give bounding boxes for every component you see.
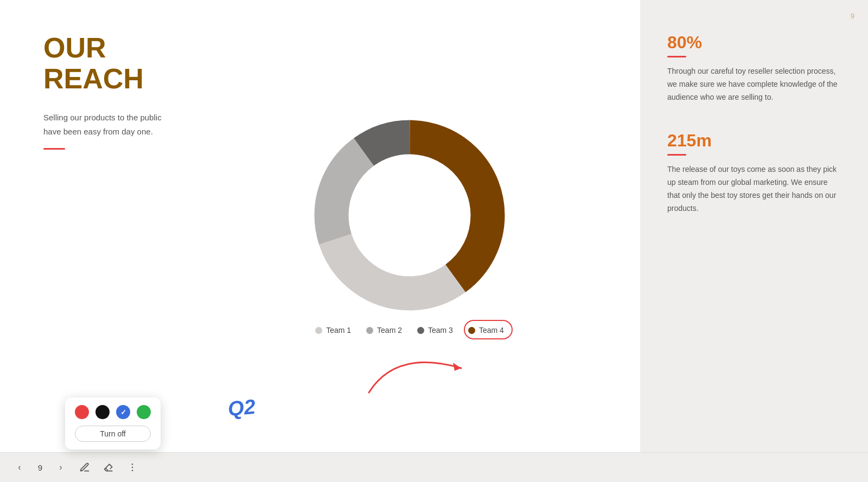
color-dots-row: [75, 405, 151, 419]
legend-item-team3: Team 3: [417, 326, 453, 335]
legend-label-team2: Team 2: [377, 326, 402, 335]
legend-dot-team1: [315, 327, 322, 334]
stat-text-2: The release of our toys come as soon as …: [667, 163, 841, 215]
stat-block-1: 80% Through our careful toy reseller sel…: [667, 33, 841, 104]
stat-block-2: 215m The release of our toys come as soo…: [667, 131, 841, 215]
pen-tool-button[interactable]: [76, 459, 93, 476]
color-dot-blue[interactable]: [116, 405, 130, 419]
color-dot-red[interactable]: [75, 405, 89, 419]
legend-label-team1: Team 1: [326, 326, 351, 335]
team4-highlight-circle: [464, 320, 513, 339]
q2-annotation: Q2: [227, 395, 256, 421]
donut-chart: [312, 118, 507, 313]
legend-label-team3: Team 3: [428, 326, 453, 335]
color-picker-popup: Turn off: [65, 397, 161, 449]
color-dot-green[interactable]: [137, 405, 151, 419]
current-page-number: 9: [35, 463, 46, 472]
more-icon: [127, 462, 138, 473]
turn-off-button[interactable]: Turn off: [75, 426, 151, 442]
stat-value-2: 215m: [667, 131, 841, 151]
stat-text-1: Through our careful toy reseller selecti…: [667, 65, 841, 104]
chart-legend: Team 1 Team 2 Team 3 Team 4: [315, 326, 504, 335]
color-dot-black[interactable]: [95, 405, 110, 419]
svg-point-2: [132, 467, 133, 468]
svg-point-3: [132, 470, 133, 472]
svg-point-1: [132, 464, 133, 465]
legend-item-team2: Team 2: [366, 326, 402, 335]
more-options-button[interactable]: [124, 459, 141, 476]
stat-value-1: 80%: [667, 33, 841, 53]
bottom-toolbar: Turn off ‹ 9 ›: [0, 452, 868, 482]
chart-container: Team 1 Team 2 Team 3 Team 4: [179, 43, 640, 409]
next-page-button[interactable]: ›: [52, 459, 69, 476]
title-line2: REACH: [43, 63, 144, 94]
title-line1: OUR: [43, 32, 106, 63]
description-underline: [43, 148, 65, 150]
legend-dot-team3: [417, 327, 424, 334]
donut-svg: [312, 118, 507, 313]
stat-underline-1: [667, 56, 686, 57]
legend-item-team4: Team 4: [468, 326, 504, 335]
stat-underline-2: [667, 154, 686, 156]
right-page-number: 9: [851, 12, 854, 20]
slide-area: OUR REACH Selling our products to the pu…: [0, 0, 640, 452]
legend-dot-team2: [366, 327, 373, 334]
legend-item-team1: Team 1: [315, 326, 351, 335]
slide-description: Selling our products to the public have …: [43, 111, 174, 138]
eraser-icon: [103, 462, 114, 473]
eraser-tool-button[interactable]: [100, 459, 117, 476]
right-panel: 9 80% Through our careful toy reseller s…: [640, 0, 868, 452]
pen-icon: [79, 462, 90, 473]
prev-page-button[interactable]: ‹: [11, 459, 28, 476]
